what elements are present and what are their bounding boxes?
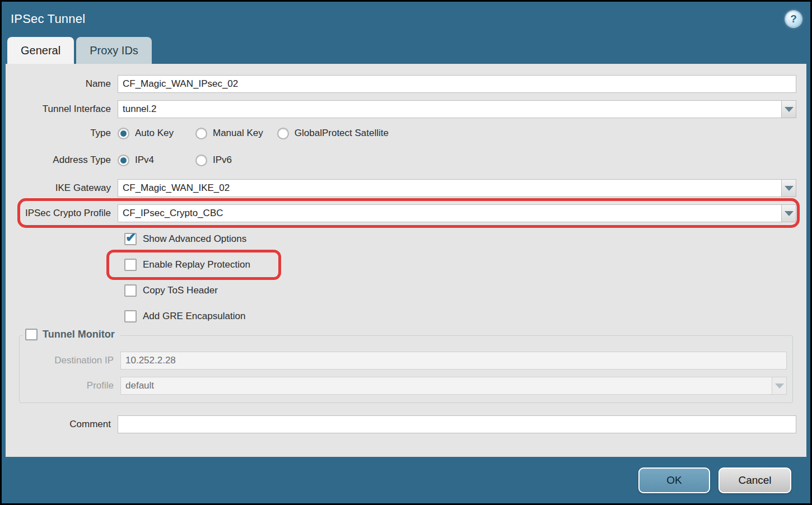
name-row: Name bbox=[16, 75, 796, 93]
dialog-titlebar: IPSec Tunnel ? bbox=[2, 2, 810, 36]
name-input[interactable] bbox=[118, 75, 796, 93]
radio-globalprotect-satellite[interactable] bbox=[277, 128, 289, 139]
comment-row: Comment bbox=[16, 415, 796, 433]
copy-tos-header-row[interactable]: Copy ToS Header bbox=[124, 284, 796, 297]
ipv4-label: IPv4 bbox=[135, 155, 154, 166]
tab-proxy-ids[interactable]: Proxy IDs bbox=[76, 37, 152, 64]
type-option-manual-key[interactable]: Manual Key bbox=[195, 128, 263, 139]
radio-ipv4[interactable] bbox=[118, 155, 129, 166]
ike-gateway-combo bbox=[118, 179, 796, 197]
comment-input[interactable] bbox=[118, 415, 796, 433]
ipsec-crypto-profile-dropdown-button[interactable] bbox=[781, 204, 796, 222]
ipsec-crypto-profile-row: IPSec Crypto Profile bbox=[16, 204, 796, 222]
tunnel-interface-label: Tunnel Interface bbox=[16, 104, 118, 115]
auto-key-label: Auto Key bbox=[135, 128, 174, 139]
destination-ip-label: Destination IP bbox=[25, 355, 120, 366]
ipsec-crypto-profile-combo bbox=[118, 204, 796, 222]
copy-tos-header-checkbox[interactable] bbox=[124, 284, 137, 297]
radio-auto-key[interactable] bbox=[118, 128, 129, 139]
tunnel-monitor-fieldset: Tunnel Monitor Destination IP Profile bbox=[19, 335, 793, 403]
tunnel-monitor-label: Tunnel Monitor bbox=[43, 329, 115, 340]
address-type-label: Address Type bbox=[16, 155, 118, 166]
add-gre-encapsulation-label: Add GRE Encapsulation bbox=[143, 311, 245, 322]
enable-replay-protection-label: Enable Replay Protection bbox=[143, 259, 250, 270]
ike-gateway-row: IKE Gateway bbox=[16, 179, 796, 197]
manual-key-label: Manual Key bbox=[213, 128, 263, 139]
copy-tos-header-label: Copy ToS Header bbox=[143, 285, 218, 296]
add-gre-encapsulation-checkbox[interactable] bbox=[124, 310, 137, 322]
profile-label: Profile bbox=[25, 380, 120, 391]
chevron-down-icon bbox=[775, 384, 784, 389]
ipsec-tunnel-dialog: IPSec Tunnel ? General Proxy IDs Name Tu… bbox=[0, 0, 812, 505]
chevron-down-icon bbox=[785, 211, 794, 216]
radio-manual-key[interactable] bbox=[195, 128, 207, 139]
show-advanced-options-label: Show Advanced Options bbox=[143, 233, 246, 245]
comment-label: Comment bbox=[16, 419, 118, 430]
profile-row: Profile bbox=[25, 377, 787, 395]
address-type-option-ipv6[interactable]: IPv6 bbox=[195, 155, 259, 166]
ipsec-crypto-profile-input[interactable] bbox=[118, 204, 781, 222]
show-advanced-options-checkbox[interactable] bbox=[124, 233, 137, 245]
radio-ipv6[interactable] bbox=[195, 155, 207, 166]
chevron-down-icon bbox=[785, 186, 794, 191]
tunnel-monitor-checkbox[interactable] bbox=[25, 329, 38, 340]
ike-gateway-dropdown-button[interactable] bbox=[781, 179, 796, 197]
general-tab-panel: Name Tunnel Interface Type Auto Key Manu… bbox=[6, 64, 806, 457]
tunnel-monitor-legend: Tunnel Monitor bbox=[23, 329, 120, 340]
enable-replay-protection-row[interactable]: Enable Replay Protection bbox=[124, 258, 796, 272]
type-option-auto-key[interactable]: Auto Key bbox=[118, 128, 181, 139]
globalprotect-satellite-label: GlobalProtect Satellite bbox=[295, 128, 389, 139]
tunnel-interface-dropdown-button[interactable] bbox=[781, 100, 796, 118]
enable-replay-protection-checkbox[interactable] bbox=[124, 259, 137, 271]
profile-dropdown-button bbox=[772, 377, 787, 395]
tab-general[interactable]: General bbox=[7, 37, 74, 64]
profile-input bbox=[120, 377, 772, 395]
ok-button[interactable]: OK bbox=[638, 467, 710, 493]
ike-gateway-label: IKE Gateway bbox=[16, 183, 118, 194]
name-label: Name bbox=[16, 78, 118, 90]
help-glyph: ? bbox=[790, 13, 797, 25]
tunnel-interface-row: Tunnel Interface bbox=[16, 100, 796, 118]
ike-gateway-input[interactable] bbox=[118, 179, 781, 197]
type-option-globalprotect-satellite[interactable]: GlobalProtect Satellite bbox=[277, 128, 389, 139]
profile-combo bbox=[120, 377, 787, 395]
tunnel-interface-input[interactable] bbox=[118, 100, 781, 118]
type-row: Type Auto Key Manual Key GlobalProtect S… bbox=[16, 125, 796, 141]
dialog-footer: OK Cancel bbox=[2, 457, 810, 503]
show-advanced-options-row[interactable]: Show Advanced Options bbox=[124, 232, 796, 246]
ipsec-crypto-profile-label: IPSec Crypto Profile bbox=[16, 208, 118, 219]
tab-bar: General Proxy IDs bbox=[2, 36, 810, 64]
destination-ip-row: Destination IP bbox=[25, 352, 787, 370]
destination-ip-input bbox=[120, 352, 787, 370]
add-gre-encapsulation-row[interactable]: Add GRE Encapsulation bbox=[124, 310, 796, 323]
cancel-button[interactable]: Cancel bbox=[718, 467, 791, 493]
ipv6-label: IPv6 bbox=[213, 155, 232, 166]
tab-proxy-ids-label: Proxy IDs bbox=[90, 44, 138, 57]
address-type-row: Address Type IPv4 IPv6 bbox=[16, 152, 796, 168]
tab-general-label: General bbox=[21, 44, 60, 57]
type-label: Type bbox=[16, 128, 118, 139]
tunnel-interface-combo bbox=[118, 100, 796, 118]
help-icon[interactable]: ? bbox=[786, 11, 801, 27]
dialog-title: IPSec Tunnel bbox=[11, 12, 85, 26]
address-type-option-ipv4[interactable]: IPv4 bbox=[118, 155, 181, 166]
chevron-down-icon bbox=[785, 107, 794, 112]
